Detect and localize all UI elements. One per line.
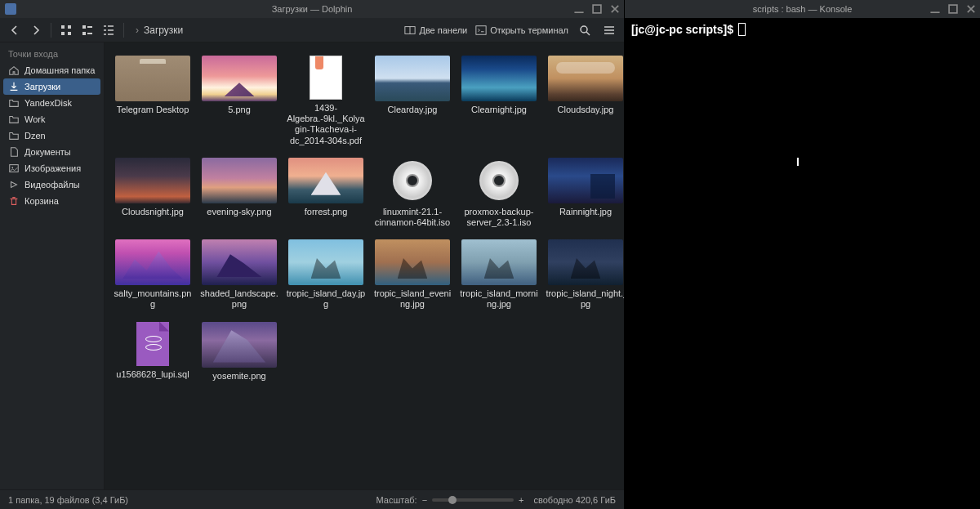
- file-item[interactable]: tropic_island_night.jpg: [544, 239, 624, 310]
- file-label: proxmox-backup-server_2.3-1.iso: [458, 207, 540, 228]
- file-item[interactable]: 5.png: [198, 56, 281, 146]
- search-button[interactable]: [577, 22, 593, 38]
- separator: [123, 23, 124, 38]
- image-thumbnail: [461, 56, 537, 101]
- konsole-window: scripts : bash — Konsole [jc@jc-pc scrip…: [625, 0, 980, 509]
- icons-view-button[interactable]: [58, 22, 74, 38]
- image-thumbnail: [202, 56, 277, 101]
- zoom-in-icon[interactable]: +: [519, 495, 523, 505]
- image-thumbnail: [288, 239, 363, 285]
- svg-rect-10: [476, 25, 486, 34]
- sidebar-item-download[interactable]: Загрузки: [3, 78, 100, 95]
- image-thumbnail: [548, 158, 623, 203]
- file-item[interactable]: Clearnight.jpg: [457, 56, 541, 146]
- minimize-button[interactable]: [573, 3, 585, 15]
- file-item[interactable]: tropic_island_evening.jpg: [371, 239, 454, 310]
- open-terminal-button[interactable]: Открыть терминал: [475, 25, 568, 36]
- file-label: 1439-Algebra.-9kl._Kolyagin-Tkacheva-i-d…: [285, 103, 367, 146]
- file-item[interactable]: 1439-Algebra.-9kl._Kolyagin-Tkacheva-i-d…: [284, 56, 368, 146]
- svg-rect-0: [593, 5, 601, 13]
- konsole-titlebar[interactable]: scripts : bash — Konsole: [625, 0, 980, 18]
- file-item[interactable]: u1568628_lupi.sql: [111, 322, 194, 382]
- image-thumbnail: [548, 239, 623, 285]
- file-item[interactable]: Cloudsday.jpg: [544, 56, 624, 146]
- compact-view-button[interactable]: [79, 22, 96, 38]
- file-item[interactable]: tropic_island_day.jpg: [284, 239, 368, 310]
- minimize-button[interactable]: [929, 3, 941, 15]
- file-label: Clearnight.jpg: [471, 105, 527, 115]
- sidebar-item-document[interactable]: Документы: [0, 144, 104, 160]
- file-label: evening-sky.png: [207, 207, 271, 217]
- svg-rect-8: [87, 33, 92, 34]
- sidebar-header: Точки входа: [0, 46, 104, 62]
- dolphin-window: Загрузки — Dolphin › Загрузки Две панели…: [0, 0, 625, 509]
- svg-rect-3: [61, 32, 65, 35]
- file-item[interactable]: evening-sky.png: [198, 158, 281, 228]
- file-label: yosemite.png: [212, 371, 265, 382]
- file-item[interactable]: Rainnight.jpg: [544, 158, 624, 228]
- svg-rect-14: [949, 5, 957, 13]
- window-title: Загрузки — Dolphin: [272, 4, 353, 14]
- pdf-icon: [310, 56, 342, 100]
- file-label: Telegram Desktop: [117, 105, 189, 115]
- file-item[interactable]: shaded_landscape.png: [198, 239, 281, 310]
- disc-icon: [461, 158, 537, 203]
- statusbar: 1 папка, 19 файлов (3,4 ГиБ) Масштаб: − …: [0, 489, 624, 509]
- file-label: shaded_landscape.png: [198, 288, 280, 310]
- image-thumbnail: [375, 239, 450, 285]
- sidebar-item-label: Загрузки: [24, 82, 60, 92]
- forward-button[interactable]: [28, 22, 44, 38]
- image-thumbnail: [288, 158, 363, 203]
- file-item[interactable]: linuxmint-21.1-cinnamon-64bit.iso: [371, 158, 454, 228]
- split-view-button[interactable]: Две панели: [404, 25, 467, 36]
- file-item[interactable]: Clearday.jpg: [371, 56, 454, 146]
- status-summary: 1 папка, 19 файлов (3,4 ГиБ): [8, 495, 128, 505]
- file-item[interactable]: yosemite.png: [198, 322, 281, 382]
- file-label: Cloudsnight.jpg: [122, 207, 184, 217]
- breadcrumb-segment[interactable]: Загрузки: [144, 25, 183, 36]
- image-icon: [8, 163, 20, 174]
- maximize-button[interactable]: [947, 3, 959, 15]
- file-item[interactable]: salty_mountains.png: [111, 239, 194, 310]
- file-item[interactable]: forrest.png: [284, 158, 368, 228]
- zoom-slider[interactable]: [432, 498, 514, 502]
- sidebar-item-video[interactable]: Видеофайлы: [0, 176, 104, 193]
- file-label: tropic_island_morning.jpg: [458, 288, 540, 310]
- file-item[interactable]: proxmox-backup-server_2.3-1.iso: [457, 158, 541, 228]
- svg-rect-1: [61, 25, 65, 29]
- back-button[interactable]: [7, 22, 23, 38]
- zoom-control[interactable]: Масштаб: − +: [376, 495, 524, 505]
- toolbar: › Загрузки Две панели Открыть терминал: [0, 18, 624, 42]
- file-label: forrest.png: [305, 207, 348, 217]
- document-icon: [8, 146, 20, 158]
- file-item[interactable]: Cloudsnight.jpg: [111, 158, 194, 228]
- sidebar-item-trash[interactable]: Корзина: [0, 193, 104, 209]
- app-icon: [5, 3, 16, 15]
- sidebar-item-folder[interactable]: YandexDisk: [0, 95, 104, 111]
- sidebar-item-folder[interactable]: Work: [0, 111, 104, 127]
- file-item[interactable]: tropic_island_morning.jpg: [457, 239, 541, 310]
- sidebar-item-folder[interactable]: Dzen: [0, 127, 104, 144]
- breadcrumb[interactable]: › Загрузки: [131, 25, 399, 36]
- close-button[interactable]: [965, 3, 977, 15]
- file-label: 5.png: [228, 105, 251, 115]
- file-label: tropic_island_day.jpg: [285, 288, 367, 310]
- close-button[interactable]: [609, 3, 621, 15]
- file-item[interactable]: Telegram Desktop: [111, 56, 194, 146]
- download-icon: [8, 81, 20, 92]
- sidebar-item-label: YandexDisk: [24, 98, 72, 108]
- file-label: Clearday.jpg: [388, 105, 438, 115]
- maximize-button[interactable]: [591, 3, 603, 15]
- sidebar-item-home[interactable]: Домашняя папка: [0, 62, 104, 78]
- sidebar-item-label: Корзина: [24, 196, 59, 206]
- files-area[interactable]: Telegram Desktop5.png1439-Algebra.-9kl._…: [105, 42, 624, 489]
- trash-icon: [8, 195, 20, 207]
- zoom-out-icon[interactable]: −: [422, 495, 427, 505]
- details-view-button[interactable]: [100, 22, 117, 38]
- sidebar-item-image[interactable]: Изображения: [0, 160, 104, 176]
- terminal-body[interactable]: [jc@jc-pc scripts]$ I: [625, 18, 980, 509]
- terminal-prompt: [jc@jc-pc scripts]$: [631, 23, 737, 36]
- dolphin-titlebar[interactable]: Загрузки — Dolphin: [0, 0, 624, 18]
- menu-button[interactable]: [601, 22, 617, 38]
- video-icon: [8, 179, 20, 190]
